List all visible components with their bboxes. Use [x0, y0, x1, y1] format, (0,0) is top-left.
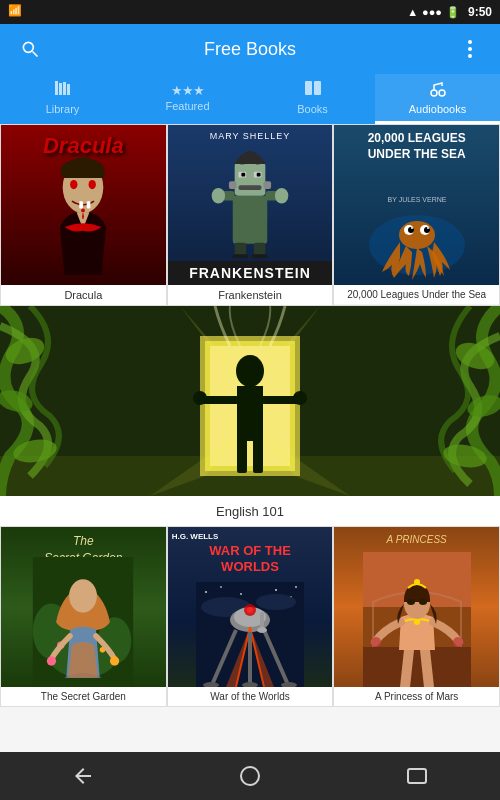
svg-point-19	[81, 209, 85, 213]
tab-audiobooks[interactable]: Audiobooks	[375, 74, 500, 124]
svg-point-110	[241, 767, 259, 785]
book-item-war-worlds[interactable]: H.G. WELLS WAR OF THEWORLDS	[167, 526, 334, 707]
svg-line-1	[33, 52, 38, 57]
svg-point-83	[295, 586, 297, 588]
home-button[interactable]	[220, 756, 280, 796]
svg-rect-5	[55, 81, 58, 95]
svg-rect-10	[314, 81, 321, 95]
action-bar: Free Books	[0, 24, 500, 74]
svg-rect-28	[239, 185, 262, 190]
english101-title: English 101	[0, 496, 500, 526]
svg-point-57	[193, 391, 207, 405]
svg-point-15	[89, 180, 96, 189]
content-area: Dracula	[0, 124, 500, 752]
status-bar: 📶 ▲ ●●● 🔋 9:50	[0, 0, 500, 24]
notification-icon: 📶	[8, 4, 22, 17]
svg-point-34	[275, 188, 288, 203]
svg-rect-27	[257, 173, 261, 177]
book-item-frankenstein[interactable]: MARY SHELLEY	[167, 124, 334, 306]
svg-point-78	[205, 591, 207, 593]
svg-point-106	[419, 599, 427, 605]
svg-point-103	[414, 619, 420, 625]
secret-garden-figure	[29, 557, 137, 687]
svg-point-33	[212, 188, 225, 203]
frankenstein-cover-title: FRANKENSTEIN	[168, 261, 333, 285]
tab-library-label: Library	[46, 103, 80, 115]
svg-point-74	[69, 579, 97, 612]
svg-point-81	[275, 589, 277, 591]
svg-point-97	[257, 627, 267, 633]
book-item-princess-mars[interactable]: A PRINCESSofMARS	[333, 526, 500, 707]
featured-icon: ★★★	[171, 83, 204, 98]
svg-rect-37	[233, 254, 248, 258]
svg-point-107	[414, 579, 420, 585]
featured-book-english101[interactable]: English 101	[0, 306, 500, 526]
battery-icon: 🔋	[446, 6, 460, 19]
top-books-row: Dracula	[0, 124, 500, 306]
svg-rect-60	[253, 438, 263, 473]
library-icon	[54, 81, 72, 101]
recents-button[interactable]	[387, 756, 447, 796]
tab-featured-label: Featured	[165, 100, 209, 112]
navigation-bar	[0, 752, 500, 800]
bottom-books-row: TheSecret Garden	[0, 526, 500, 707]
frankenstein-title: Frankenstein	[168, 285, 333, 305]
svg-point-3	[468, 47, 472, 51]
frankenstein-figure	[210, 143, 290, 258]
svg-point-12	[439, 90, 445, 96]
tab-books-label: Books	[297, 103, 328, 115]
svg-rect-9	[305, 81, 312, 95]
war-worlds-cover-title: WAR OF THEWORLDS	[172, 543, 329, 574]
svg-rect-6	[59, 83, 62, 95]
svg-point-58	[293, 391, 307, 405]
leagues-cover-title: 20,000 LEAGUESUNDER THE SEA	[338, 131, 495, 162]
war-worlds-author-text: H.G. WELLS	[172, 532, 219, 541]
svg-point-80	[240, 593, 242, 595]
books-icon	[304, 81, 322, 101]
tab-audiobooks-label: Audiobooks	[409, 103, 467, 115]
svg-rect-38	[252, 254, 267, 258]
wifi-icon: ▲	[407, 6, 418, 18]
svg-point-108	[371, 637, 381, 647]
svg-point-40	[399, 221, 435, 249]
dracula-title: Dracula	[1, 285, 166, 305]
svg-rect-20	[233, 196, 268, 244]
app-title: Free Books	[48, 39, 452, 60]
svg-rect-23	[263, 181, 271, 189]
war-worlds-figure	[196, 582, 304, 687]
leagues-figure: BY JULES VERNE	[362, 190, 472, 280]
svg-text:BY JULES VERNE: BY JULES VERNE	[387, 196, 446, 203]
svg-point-43	[408, 227, 414, 233]
tab-books[interactable]: Books	[250, 74, 375, 124]
book-item-dracula[interactable]: Dracula	[0, 124, 167, 306]
svg-point-44	[424, 227, 430, 233]
overflow-menu-button[interactable]	[452, 31, 488, 67]
svg-point-4	[468, 54, 472, 58]
svg-rect-21	[235, 162, 266, 196]
english101-cover-art	[0, 306, 500, 496]
svg-point-53	[236, 355, 264, 387]
back-button[interactable]	[53, 756, 113, 796]
svg-point-0	[23, 42, 33, 52]
svg-rect-102	[363, 647, 471, 687]
svg-rect-111	[408, 769, 426, 783]
signal-bars: ●●●	[422, 6, 442, 18]
tab-library[interactable]: Library	[0, 74, 125, 124]
leagues-title: 20,000 Leagues Under the Sea	[334, 285, 499, 304]
svg-rect-26	[241, 173, 245, 177]
svg-point-75	[47, 656, 56, 665]
svg-point-85	[256, 594, 296, 610]
svg-point-99	[247, 607, 253, 613]
audiobooks-icon	[429, 81, 447, 101]
search-button[interactable]	[12, 31, 48, 67]
status-time: 9:50	[468, 5, 492, 19]
status-left-icons: 📶	[8, 4, 22, 17]
secret-garden-title: The Secret Garden	[1, 687, 166, 706]
svg-point-45	[411, 227, 413, 229]
tab-featured[interactable]: ★★★ Featured	[125, 74, 250, 124]
book-item-secret-garden[interactable]: TheSecret Garden	[0, 526, 167, 707]
book-item-leagues[interactable]: 20,000 LEAGUESUNDER THE SEA	[333, 124, 500, 306]
frankenstein-author-text: MARY SHELLEY	[210, 131, 291, 141]
svg-point-79	[220, 586, 222, 588]
svg-rect-59	[237, 438, 247, 473]
